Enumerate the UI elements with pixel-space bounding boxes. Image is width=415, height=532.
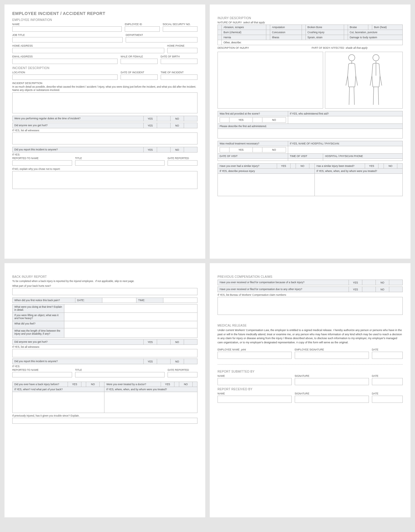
input-bdaterep[interactable]	[168, 372, 197, 377]
tbl-fa: Was first aid provided at the scene?If Y…	[218, 111, 403, 138]
q3-no[interactable]: NO	[171, 147, 184, 153]
input-incdesc[interactable]	[12, 92, 197, 113]
rel-section: MEDICAL RELEASE	[218, 324, 403, 327]
lbl-bwit: If YES, list all witnesses:	[12, 345, 197, 348]
comp-section: PREVIOUS COMPENSATION CLAIMS	[218, 275, 403, 278]
input-reldate[interactable]	[372, 352, 403, 359]
body-diagram[interactable]	[325, 52, 403, 109]
input-loc[interactable]	[12, 74, 118, 80]
tbl-q1: Were you performing regular duties at th…	[12, 116, 197, 121]
lbl-doi: DATE OF INCIDENT	[121, 71, 157, 74]
input-email[interactable]	[12, 59, 118, 64]
lbl-descinj: DESCRIPTION OF INJURY	[218, 46, 309, 49]
body-front-icon	[340, 53, 363, 107]
lbl-loc: LOCATION	[12, 71, 118, 74]
input-bq1[interactable]	[12, 288, 197, 295]
page-title: EMPLOYEE INCIDENT / ACCIDENT REPORT	[12, 11, 197, 16]
inj-section: INJURY DESCRIPTION	[218, 16, 403, 20]
input-empid[interactable]	[125, 26, 159, 32]
input-name[interactable]	[12, 26, 122, 32]
tbl-mt: Was medical treatment necessary?If YES, …	[218, 141, 403, 161]
input-sub1-sig[interactable]	[295, 378, 369, 385]
inc-section: INCIDENT DESCRIPTION	[12, 66, 197, 70]
txt-incdesc: In as much detail as possible, describe …	[12, 85, 197, 92]
input-bq13[interactable]	[12, 418, 197, 424]
lbl-name: NAME	[12, 23, 122, 26]
input-ssn[interactable]	[163, 26, 197, 32]
lbl-dept: DEPARTMENT	[126, 33, 197, 36]
q2: Did anyone see you get hurt?	[13, 123, 144, 128]
tbl-q3: Did you report this incident to anyone?Y…	[12, 147, 197, 153]
page-4: PREVIOUS COMPENSATION CLAIMS Have you ev…	[210, 263, 411, 517]
divider	[218, 364, 403, 365]
tbl-cq1: Have you ever received or filed for comp…	[218, 280, 403, 285]
input-repname[interactable]	[12, 160, 72, 166]
lbl-homeaddr: HOME ADDRESS	[12, 44, 164, 47]
input-sub1-name[interactable]	[218, 378, 292, 385]
lbl-daterep: DATE REPORTED	[168, 157, 197, 160]
input-dept[interactable]	[126, 37, 197, 42]
q3-yes[interactable]: YES	[144, 147, 157, 153]
input-descinj[interactable]	[218, 52, 323, 109]
lbl-ssn: SOCIAL SECURITY NO.	[163, 23, 197, 26]
input-dob[interactable]	[161, 59, 197, 64]
input-sub1-date[interactable]	[372, 378, 403, 385]
sub1-section: REPORT SUBMITTED BY	[218, 370, 403, 373]
lbl-dob: DATE OF BIRTH	[161, 55, 197, 58]
input-brepname[interactable]	[12, 372, 72, 377]
q1-no[interactable]: NO	[171, 116, 184, 121]
lbl-bq13: If previously injured, has it given you …	[12, 414, 197, 417]
input-sub2-name[interactable]	[218, 396, 292, 403]
emp-section: EMPLOYEE INFORMATION	[12, 18, 197, 22]
lbl-jobtitle: JOB TITLE	[12, 33, 123, 36]
lbl-empname: EMPLOYEE NAME print	[218, 348, 292, 351]
lbl-repname: REPORTED TO NAME	[12, 157, 72, 160]
lbl-sex: MALE OR FEMALE	[121, 55, 157, 58]
back-section: BACK INJURY REPORT	[12, 275, 197, 278]
input-homephone[interactable]	[167, 48, 198, 53]
input-homeaddr[interactable]	[12, 48, 164, 53]
lbl-nature: NATURE OF INJURY select all that apply	[218, 21, 403, 24]
q2-no[interactable]: NO	[171, 123, 184, 128]
lbl-bifyes: If YES:	[12, 365, 197, 368]
lbl-incdesc: INCIDENT DESCRIPTION	[12, 82, 197, 85]
tbl-q2: Did anyone see you get hurt?YESNO	[12, 123, 197, 128]
lbl-ifno: If NO, explain why you chose not to repo…	[12, 167, 197, 170]
lbl-empid: EMPLOYEE ID	[125, 23, 159, 26]
svg-point-1	[373, 55, 379, 61]
input-empsig[interactable]	[295, 352, 369, 359]
lbl-bodypart: PART OF BODY AFFECTED shade all that app…	[312, 46, 403, 49]
sub2-section: REPORT RECEIVED BY	[218, 388, 403, 391]
input-btitle[interactable]	[75, 372, 165, 377]
tbl-bq3-6: What were you doing at that time? Explai…	[12, 304, 197, 338]
back-sub: To be completed when a back injury is re…	[12, 280, 197, 283]
tbl-bq2: When did you first notice this back pain…	[12, 298, 197, 303]
input-ifno[interactable]	[12, 171, 197, 189]
q3: Did you report this incident to anyone?	[13, 147, 144, 153]
q1-yes[interactable]: YES	[144, 116, 157, 121]
lbl-bq1: What part of your back hurts now?	[12, 284, 197, 287]
tbl-bq8: Did you report this incident to anyone?Y…	[12, 359, 197, 364]
input-empname[interactable]	[218, 352, 292, 359]
input-sex[interactable]	[121, 59, 157, 64]
input-title[interactable]	[75, 160, 165, 166]
q2-yes[interactable]: YES	[144, 123, 157, 128]
rel-para: Under current Workers' Compensation Law,…	[218, 328, 403, 344]
input-wit[interactable]	[12, 132, 197, 144]
input-cq3[interactable]	[218, 297, 403, 315]
lbl-homephone: HOME PHONE	[167, 44, 198, 47]
lbl-wit: If YES, list all witnesses:	[12, 129, 197, 132]
page-1: EMPLOYEE INCIDENT / ACCIDENT REPORT EMPL…	[4, 4, 205, 259]
lbl-email: EMAIL ADDRESS	[12, 55, 118, 58]
input-sub2-sig[interactable]	[295, 396, 369, 403]
svg-point-0	[349, 55, 355, 61]
lbl-title: TITLE	[75, 157, 165, 160]
tbl-cq2: Have you ever received or filed for comp…	[218, 286, 403, 292]
input-bwit[interactable]	[12, 349, 197, 357]
input-jobtitle[interactable]	[12, 37, 123, 42]
lbl-toi: TIME OF INCIDENT	[161, 71, 197, 74]
input-doi[interactable]	[121, 74, 157, 80]
input-daterep[interactable]	[168, 160, 197, 166]
input-toi[interactable]	[161, 74, 197, 80]
input-sub2-date[interactable]	[372, 396, 403, 403]
